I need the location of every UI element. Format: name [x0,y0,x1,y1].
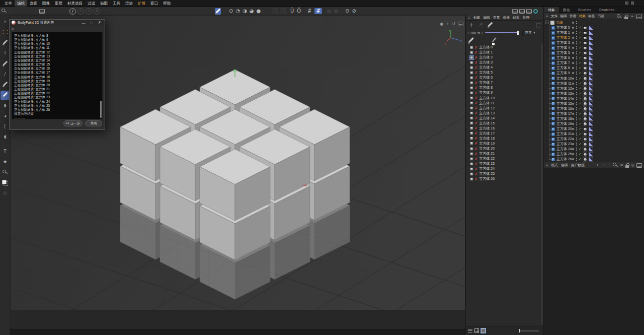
paint-cancel-icon[interactable]: ✗ [94,8,100,15]
phong-tag-icon[interactable] [589,142,593,147]
visibility-dot[interactable] [572,123,574,125]
tab-3[interactable]: Swatches [595,7,618,13]
large-grid-view-icon[interactable] [481,328,486,333]
zoom-slider[interactable] [485,32,518,33]
object-row[interactable]: 立方体 10✓ [544,76,642,81]
remove-material-icon[interactable]: ✗ [474,60,477,65]
remove-material-icon[interactable]: ✗ [474,91,477,95]
paint-full-icon[interactable]: ● [257,9,261,14]
object-row[interactable]: 立方体 19✓ [544,121,642,126]
sculpt-tool[interactable]: ◖ [1,132,10,142]
enable-check-icon[interactable]: ✓ [579,82,582,86]
object-row[interactable]: 立方体 15✓ [544,101,642,106]
zoom-tool[interactable] [1,168,10,177]
lock-icon[interactable] [624,15,628,19]
material-row[interactable]: ✗立方体 10 [466,96,539,101]
grid-snap-icon[interactable]: # [314,8,321,14]
viewport-maximize-icon[interactable] [458,22,463,26]
menubar-item-7[interactable]: 贴图 [98,0,110,7]
materials-menu-icon[interactable]: ≡ [468,16,470,20]
phong-tag-icon[interactable] [589,56,593,60]
visibility-dots[interactable] [576,92,577,93]
visibility-dots[interactable] [576,82,577,83]
edit-view-icon[interactable] [636,15,642,19]
material-row[interactable]: ✗立方体 26 [466,176,539,181]
remove-material-icon[interactable]: ✗ [474,76,477,80]
visibility-dots[interactable] [576,56,577,57]
brush-tool-icon[interactable] [467,37,474,44]
texture-tag-icon[interactable] [583,101,587,106]
enable-check-icon[interactable]: ✓ [579,51,582,55]
object-row[interactable]: 立方体 21✓ [544,131,642,137]
visibility-dots[interactable] [576,132,577,133]
thumbnail-size-slider[interactable] [519,330,539,331]
paint-single-channel-icon[interactable]: ◔ [235,9,240,14]
search-icon[interactable] [613,163,618,168]
object-row[interactable]: 立方体 1✓ [544,30,642,35]
visibility-dots[interactable] [576,97,577,98]
texture-tag-icon[interactable] [583,46,587,50]
material-row[interactable]: ✗立方体 18 [466,136,539,141]
enable-check-icon[interactable]: ✓ [579,112,582,116]
remove-material-icon[interactable]: ✗ [474,86,477,90]
texture-tag-icon[interactable] [583,157,587,162]
enable-check-icon[interactable]: ✓ [579,132,582,136]
phong-tag-icon[interactable] [589,137,593,142]
enable-check-icon[interactable]: ✓ [579,87,582,91]
colorpicker-mode-icon[interactable]: ⊘ [352,9,356,14]
visibility-dot[interactable] [572,22,574,24]
visibility-dots[interactable] [576,112,577,113]
material-row[interactable]: ✗立方体 9 [466,90,539,95]
color-swatches[interactable] [1,178,10,187]
content-browser-icon[interactable] [39,9,45,14]
log-scrollbar-thumb[interactable] [100,101,102,118]
phong-tag-icon[interactable] [589,152,593,157]
visibility-dot[interactable] [572,113,574,115]
enable-check-icon[interactable]: ✓ [579,97,582,101]
material-row[interactable]: ✗立方体 6 [466,75,539,80]
list-view-icon[interactable] [468,329,472,333]
material-row[interactable]: ✗立方体 23 [466,161,539,166]
materials-menu-item-1[interactable]: 编辑 [483,15,490,20]
remove-material-icon[interactable]: ✗ [474,81,477,85]
blend-mode-select[interactable]: 正常 ▾ [522,30,535,36]
phong-tag-icon[interactable] [589,81,593,86]
enable-check-icon[interactable]: ✓ [579,77,582,81]
visibility-dot[interactable] [572,47,574,49]
object-row[interactable]: 立方体 6✓ [544,55,642,60]
phong-tag-icon[interactable] [589,86,593,91]
new-panel-icon[interactable] [636,163,642,168]
phong-tag-icon[interactable] [589,96,593,101]
phong-tag-icon[interactable] [589,61,593,65]
material-row[interactable]: ✗立方体 2 [466,55,539,60]
object-menu-item-4[interactable]: 标签 [588,14,595,19]
object-row[interactable]: 立方体 5✓ [544,50,642,55]
texture-tag-icon[interactable] [583,121,587,126]
wizard-log[interactable]: 正在创建材质: 立方体 8正在创建材质: 立方体 9正在创建材质: 立方体 10… [12,32,103,119]
texture-tag-icon[interactable] [583,137,587,142]
texture-tag-icon[interactable] [583,116,587,121]
workspace-icon-b[interactable] [631,2,634,5]
object-row[interactable]: 立方体 23✓ [544,142,642,147]
tab-1[interactable]: 颜色 [559,7,574,13]
thumbnail-size-handle[interactable] [519,329,520,332]
object-row[interactable]: 立方体 24✓ [544,147,642,152]
enable-check-icon[interactable]: ✓ [579,26,582,30]
object-row[interactable]: 立方体 13✓ [544,91,642,96]
material-ball-icon[interactable] [533,9,538,14]
apply-material-icon[interactable]: ↗ [478,22,482,28]
texture-tag-icon[interactable] [583,111,587,116]
visibility-dots[interactable] [576,127,577,128]
texture-tag-icon[interactable] [583,31,587,35]
raybrush-a-icon[interactable]: ◎ [327,9,332,14]
object-row[interactable]: 立方体 25✓ [544,152,642,157]
uv-show-icon[interactable]: Ü [290,9,294,14]
search-icon[interactable] [2,9,7,14]
attribute-menu-item-0[interactable]: 模式 [551,163,558,168]
target-icon[interactable]: ◎ [631,163,634,167]
texture-tag-icon[interactable] [583,86,587,91]
enable-check-icon[interactable]: ✓ [579,102,582,106]
material-row[interactable]: ✗立方体 11 [466,101,539,106]
enable-check-icon[interactable]: ✓ [579,122,582,126]
texture-lock-a-icon[interactable] [272,8,278,14]
